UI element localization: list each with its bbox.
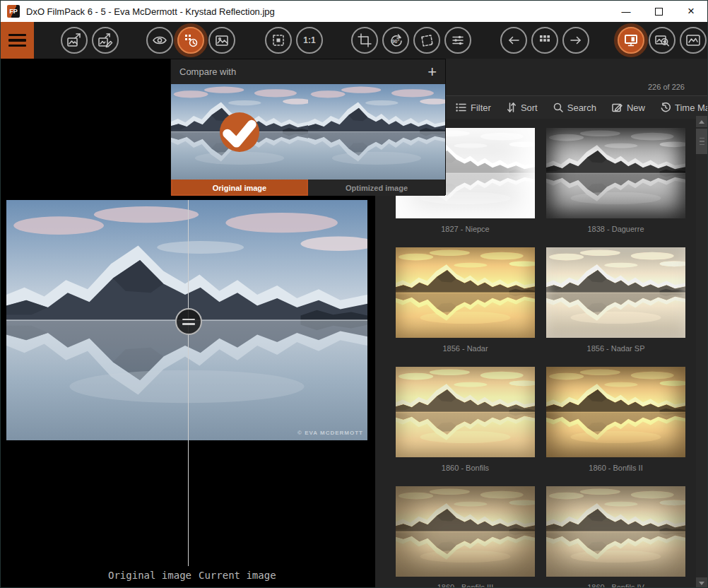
search-icon bbox=[553, 102, 563, 112]
menu-button[interactable] bbox=[1, 22, 34, 59]
preset-label: 1856 - Nadar SP bbox=[546, 344, 685, 354]
preset-thumbnail[interactable]: 1856 - Nadar bbox=[396, 247, 535, 354]
preset-label: 1860 - Bonfils II bbox=[546, 464, 685, 474]
preset-label: 1860 - Bonfils IV bbox=[546, 583, 685, 588]
search-label: Search bbox=[567, 102, 596, 113]
scroll-down-button[interactable] bbox=[696, 577, 707, 588]
compare-panel-body: Original image Optimized image bbox=[171, 84, 445, 196]
app-window: FP DxO FilmPack 6 - 5 - Eva McDermott - … bbox=[0, 0, 708, 588]
new-label: New bbox=[627, 102, 645, 113]
time-machine-button[interactable]: Time Machine bbox=[661, 102, 708, 113]
eye-icon bbox=[152, 33, 167, 48]
filter-label: Filter bbox=[471, 102, 491, 113]
window-controls: — × bbox=[610, 1, 707, 22]
maximize-icon bbox=[655, 8, 663, 16]
compare-panel-title: Compare with bbox=[179, 66, 236, 77]
loupe-button[interactable] bbox=[649, 27, 675, 54]
time-machine-icon bbox=[661, 102, 671, 112]
compare-item-original[interactable]: Original image bbox=[171, 84, 308, 196]
zoom-1-1-button[interactable]: 1:1 bbox=[296, 27, 323, 54]
preset-count: 226 of 226 bbox=[648, 83, 685, 91]
selected-check-icon bbox=[220, 112, 259, 152]
export-edit-button[interactable] bbox=[92, 27, 119, 54]
image-view-button[interactable] bbox=[208, 27, 235, 54]
display-mode-button[interactable] bbox=[618, 27, 644, 54]
time-machine-label: Time Machine bbox=[675, 102, 708, 113]
current-image-label: Current image bbox=[199, 570, 276, 581]
preview-toggle-button[interactable] bbox=[146, 27, 173, 54]
main-toolbar: 1:1 90° bbox=[1, 22, 707, 59]
preset-thumbnail[interactable]: 1860 - Bonfils bbox=[396, 367, 535, 474]
compare-with-panel: Compare with + Original image Optimized … bbox=[170, 59, 446, 195]
preset-thumbnail[interactable]: 1838 - Daguerre bbox=[546, 128, 685, 235]
filter-icon bbox=[456, 102, 466, 112]
split-divider[interactable] bbox=[188, 200, 189, 566]
preset-thumbnail[interactable]: 1860 - Bonfils IV bbox=[546, 486, 685, 588]
add-comparison-button[interactable]: + bbox=[427, 64, 437, 80]
sliders-icon bbox=[450, 33, 466, 48]
compare-panel-header: Compare with + bbox=[171, 59, 445, 84]
svg-text:90°: 90° bbox=[392, 39, 400, 44]
histogram-icon bbox=[685, 33, 701, 48]
sort-label: Sort bbox=[521, 102, 538, 113]
window-title: DxO FilmPack 6 - 5 - Eva McDermott - Kry… bbox=[26, 6, 275, 17]
sort-button[interactable]: Sort bbox=[507, 102, 538, 113]
adjustments-button[interactable] bbox=[444, 27, 471, 54]
preset-label: 1860 - Bonfils III bbox=[396, 583, 535, 588]
sort-icon bbox=[507, 102, 517, 112]
library-scrollbar[interactable] bbox=[696, 116, 707, 588]
preset-label: 1856 - Nadar bbox=[396, 344, 535, 354]
minimize-button[interactable]: — bbox=[610, 1, 642, 22]
next-image-button[interactable] bbox=[562, 27, 589, 54]
compare-original-thumbnail bbox=[171, 84, 308, 180]
selection-tool-button[interactable] bbox=[265, 27, 292, 54]
scroll-up-icon bbox=[699, 120, 704, 124]
original-image-label: Original image bbox=[108, 570, 191, 581]
arrow-left-icon bbox=[506, 33, 521, 48]
search-button[interactable]: Search bbox=[553, 102, 596, 113]
export-image-icon bbox=[66, 33, 82, 48]
close-button[interactable]: × bbox=[675, 1, 707, 22]
image-zoom-icon bbox=[654, 33, 670, 48]
selection-icon bbox=[271, 33, 286, 48]
export-edit-icon bbox=[98, 33, 113, 48]
filter-button[interactable]: Filter bbox=[456, 102, 491, 113]
preset-thumbnail[interactable]: 1860 - Bonfils II bbox=[546, 367, 685, 474]
watermark-text: © EVA MCDERMOTT bbox=[297, 430, 363, 436]
monitor-icon bbox=[623, 33, 639, 48]
preset-thumbnail[interactable]: 1856 - Nadar SP bbox=[546, 247, 685, 354]
previous-image-button[interactable] bbox=[500, 27, 527, 54]
title-bar: FP DxO FilmPack 6 - 5 - Eva McDermott - … bbox=[1, 1, 707, 22]
compare-original-label: Original image bbox=[171, 180, 308, 196]
maximize-button[interactable] bbox=[642, 1, 675, 22]
crop-button[interactable] bbox=[351, 27, 378, 54]
thumbnails-grid-button[interactable] bbox=[531, 27, 558, 54]
export-button[interactable] bbox=[61, 27, 88, 54]
split-handle[interactable] bbox=[175, 308, 202, 335]
compare-presets-button[interactable] bbox=[177, 27, 204, 54]
histogram-button[interactable] bbox=[680, 27, 707, 54]
arrow-right-icon bbox=[568, 33, 584, 48]
rotate-90-icon: 90° bbox=[388, 33, 403, 48]
preset-label: 1838 - Daguerre bbox=[546, 225, 685, 235]
preset-label: 1860 - Bonfils bbox=[396, 464, 535, 474]
crop-icon bbox=[357, 33, 372, 48]
new-preset-button[interactable]: New bbox=[612, 102, 645, 113]
scrollbar-thumb[interactable] bbox=[696, 129, 707, 154]
compare-optimized-label: Optimized image bbox=[308, 180, 445, 196]
compare-history-icon bbox=[183, 33, 199, 48]
scroll-down-icon bbox=[699, 582, 704, 585]
image-icon bbox=[214, 33, 230, 48]
rotate-90-button[interactable]: 90° bbox=[382, 27, 409, 54]
compare-item-optimized[interactable]: Optimized image bbox=[308, 84, 445, 196]
grid-icon bbox=[537, 33, 553, 48]
perspective-icon bbox=[419, 33, 435, 48]
zoom-1-1-label: 1:1 bbox=[303, 35, 315, 45]
preset-thumbnail[interactable]: 1860 - Bonfils III bbox=[396, 486, 535, 588]
app-logo-icon: FP bbox=[7, 5, 20, 18]
scroll-up-button[interactable] bbox=[696, 116, 707, 127]
new-icon bbox=[612, 102, 623, 112]
compare-optimized-thumbnail bbox=[308, 84, 445, 180]
perspective-button[interactable] bbox=[413, 27, 440, 54]
preset-label: 1827 - Niepce bbox=[396, 225, 535, 235]
